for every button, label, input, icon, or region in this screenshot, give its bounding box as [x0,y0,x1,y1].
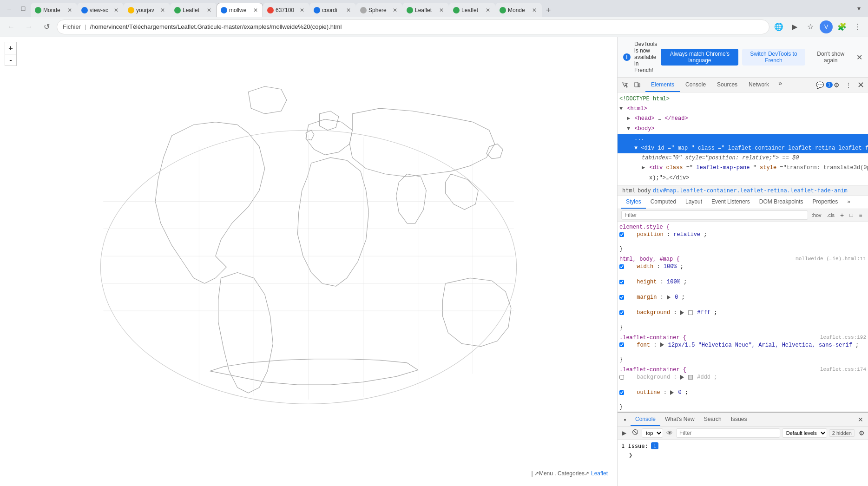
css-tab-event-listeners[interactable]: Event Listeners [707,196,755,209]
filter-expand-button[interactable]: □ [848,211,855,219]
tab-close-9[interactable]: ✕ [438,7,445,13]
font-expand-icon[interactable] [660,342,664,347]
filter-cls-option[interactable]: .cls [825,211,837,219]
css-tab-dom-breakpoints[interactable]: DOM Breakpoints [755,196,808,209]
css-source-leaflet192[interactable]: leaflet.css:192 [820,335,866,340]
css-val-bg-ddd[interactable]: #ddd [697,374,710,381]
tab-mollwe[interactable]: mollwe ✕ [217,3,263,17]
filter-add-button[interactable]: + [838,211,846,219]
tab-console[interactable]: Console [680,78,711,92]
html-arrow[interactable]: ▼ [619,105,623,112]
console-close-button[interactable]: ✕ [855,414,866,425]
new-tab-button[interactable]: + [542,4,555,17]
tab-close-7[interactable]: ✕ [345,7,352,13]
css-source-mollweide[interactable]: mollweide (…ie).html:11 [796,256,866,262]
dom-line-dots[interactable]: ... [618,134,868,144]
head-arrow[interactable]: ▶ [627,115,630,122]
console-level-select[interactable]: Default levels [782,428,827,438]
console-gear-button[interactable]: ⚙ [857,428,866,438]
console-scope-select[interactable]: top [642,428,663,438]
css-checkbox-background[interactable] [619,310,624,315]
tab-close-10[interactable]: ✕ [485,7,491,13]
zoom-out-button[interactable]: - [5,54,17,66]
tab-close-4[interactable]: ✕ [206,7,212,13]
devtools-close-button[interactable]: ✕ [855,79,866,91]
tab-close-5[interactable]: ✕ [252,7,259,13]
css-val-margin[interactable]: 0 [675,294,678,301]
switch-french-button[interactable]: Switch DevTools to French [742,49,805,66]
css-tab-layout[interactable]: Layout [681,196,707,209]
dom-line-doctype[interactable]: <!DOCTYPE html> [618,94,868,104]
tab-leaflet-4[interactable]: Leaflet ✕ [170,3,217,17]
css-tab-styles[interactable]: Styles [621,196,646,209]
tab-close-3[interactable]: ✕ [159,7,166,13]
tab-sources[interactable]: Sources [711,78,743,92]
filter-hov-option[interactable]: :hov [810,211,823,219]
inspect-element-button[interactable] [619,79,631,91]
tab-elements[interactable]: Elements [645,78,680,92]
css-val-background[interactable]: #fff [697,309,710,316]
device-toolbar-button[interactable] [631,79,643,91]
tab-yourjav[interactable]: yourjav ✕ [124,3,170,17]
zoom-in-button[interactable]: + [5,42,17,54]
css-checkbox-margin[interactable] [619,295,624,300]
css-selector-html-body-map[interactable]: html, body, #map { [619,256,680,263]
css-selector-element-style[interactable]: element.style { [619,224,670,230]
margin-expand-icon[interactable] [667,295,671,300]
background-swatch-fff[interactable] [688,310,693,315]
tab-close-6[interactable]: ✕ [299,7,305,13]
devtools-more-button[interactable]: ⋮ [843,79,854,91]
console-clear-button[interactable]: ▶ [619,428,629,438]
css-val-relative[interactable]: relative [673,231,700,238]
background-swatch-ddd[interactable] [688,375,693,380]
console-filter-input[interactable] [676,428,780,438]
back-button[interactable]: ← [4,20,19,34]
issue-badge[interactable]: 1 [651,442,659,449]
banner-close-button[interactable]: ✕ [856,53,862,62]
css-source-leaflet174[interactable]: leaflet.css:174 [820,367,866,372]
tab-close-11[interactable]: ✕ [531,7,538,13]
dom-line-pane-close[interactable]: x);">…</div> [618,173,868,183]
breadcrumb-body[interactable]: body [637,187,652,194]
map-footer-text[interactable]: | ↗Menu . Categories↗ [531,470,589,477]
dom-line-pane[interactable]: ▶ <div class =" leaflet-map-pane " style… [618,163,868,173]
extensions-button[interactable]: 🧩 [835,20,848,33]
notification-button[interactable]: 💬1 [819,79,830,91]
css-tab-computed[interactable]: Computed [646,196,681,209]
tab-leaflet-9[interactable]: Leaflet ✕ [402,3,449,17]
console-prompt[interactable]: ❯ [619,450,866,460]
css-checkbox-height[interactable] [619,280,624,284]
breadcrumb-html[interactable]: html [621,187,637,194]
console-escape-button[interactable]: ▪ [619,414,631,425]
more-tabs-button[interactable]: ▾ [853,3,864,14]
dom-line-head[interactable]: ▶ <head> … </head> [618,114,868,124]
tab-monde-1[interactable]: Monde ✕ [31,3,77,17]
map-div-arrow[interactable]: ▼ [634,145,638,151]
tab-leaflet-10[interactable]: Leaflet ✕ [449,3,495,17]
profile-button[interactable]: V [820,20,833,33]
devtools-settings-button[interactable]: ⚙ [831,79,842,91]
console-eye-button[interactable]: 👁 [665,428,674,438]
dont-show-again-button[interactable]: Don't show again [809,49,853,66]
media-button[interactable]: ▶ [788,20,801,33]
console-tab-issues[interactable]: Issues [726,413,752,426]
css-val-height[interactable]: 100% [667,279,680,285]
dom-line-tabindex[interactable]: tabindex="0" style="position: relative;"… [618,153,868,163]
address-bar[interactable]: Fichier | /home/vincent/Téléchargements/… [57,20,769,34]
css-selector-leaflet-container-1[interactable]: .leaflet-container { [619,335,686,341]
outline-expand-icon[interactable] [670,390,674,395]
tab-view-sc[interactable]: view-sc ✕ [77,3,124,17]
css-filter-input[interactable] [621,210,808,220]
more-tabs-button[interactable]: » [775,78,786,89]
css-val-width[interactable]: 100% [664,263,677,270]
tab-network[interactable]: Network [743,78,775,92]
dom-line-html[interactable]: ▼ <html> [618,104,868,114]
forward-button[interactable]: → [21,20,36,34]
bg-ddd-expand-icon[interactable] [680,375,684,380]
tab-close-8[interactable]: ✕ [392,7,398,13]
reload-button[interactable]: ↺ [39,20,54,34]
css-checkbox-outline[interactable] [619,390,624,395]
tab-coordi[interactable]: coordi ✕ [309,3,356,17]
css-tab-more[interactable]: » [842,196,855,209]
css-checkbox-font[interactable] [619,342,624,347]
